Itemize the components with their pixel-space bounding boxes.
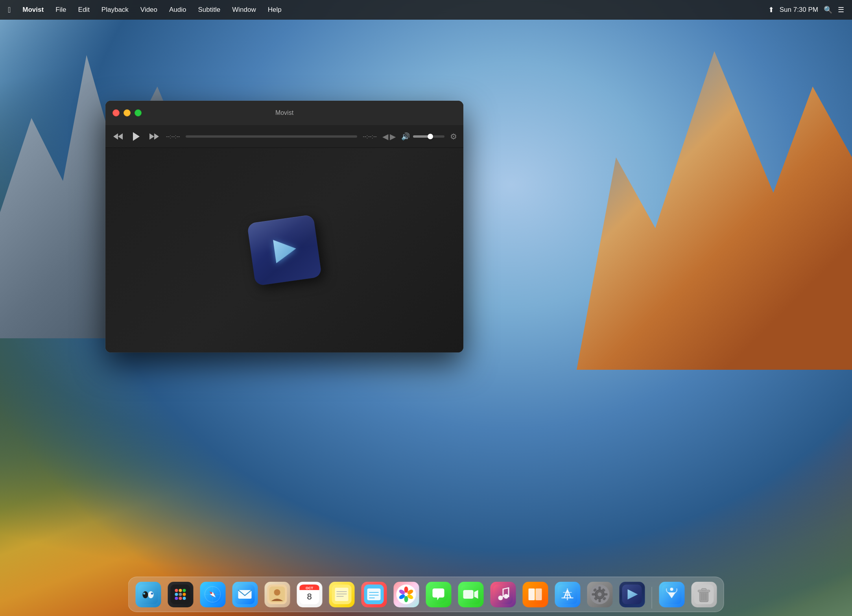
svg-rect-91 <box>702 588 706 590</box>
nav-next-icon[interactable]: ▶ <box>390 132 396 141</box>
airdrop-icon <box>659 582 684 607</box>
time-remaining: --:--:-- <box>363 133 377 140</box>
dock-item-calendar[interactable]: OCT 8 <box>295 580 324 609</box>
dock-item-launchpad[interactable] <box>166 580 195 609</box>
svg-point-87 <box>670 588 673 591</box>
svg-point-48 <box>404 586 408 593</box>
svg-rect-77 <box>599 599 601 602</box>
svg-rect-38 <box>335 588 349 601</box>
svg-rect-66 <box>536 588 542 600</box>
reminders-icon <box>361 582 387 607</box>
window-traffic-lights <box>112 109 142 116</box>
svg-rect-43 <box>367 588 381 600</box>
dock-item-facetime[interactable] <box>457 580 485 609</box>
svg-rect-76 <box>599 586 601 590</box>
dock-item-system-preferences[interactable] <box>586 580 614 609</box>
menubar-right: ⬆ Sun 7:30 PM 🔍 ☰ <box>768 6 844 14</box>
apple-menu-icon[interactable]:  <box>8 6 11 15</box>
dock-item-books[interactable] <box>521 580 550 609</box>
video-area[interactable] <box>105 148 463 352</box>
rewind-button[interactable] <box>112 130 124 143</box>
play-button[interactable] <box>130 130 142 143</box>
svg-point-59 <box>498 596 503 600</box>
svg-rect-6 <box>138 585 158 604</box>
appstore-icon: A <box>555 582 580 607</box>
system-preferences-icon <box>587 582 612 607</box>
logo-card <box>247 214 322 286</box>
menubar-file[interactable]: File <box>51 4 71 15</box>
svg-text:8: 8 <box>307 592 312 601</box>
nav-arrows: ◀ ▶ <box>382 132 396 141</box>
svg-point-9 <box>143 593 145 595</box>
mountain-right <box>577 16 852 370</box>
svg-rect-61 <box>503 589 504 597</box>
svg-point-75 <box>598 592 602 596</box>
svg-point-8 <box>148 591 154 598</box>
svg-rect-56 <box>463 590 474 599</box>
svg-point-14 <box>183 589 186 592</box>
menubar-subtitle[interactable]: Subtitle <box>194 4 225 15</box>
dock-item-music[interactable] <box>489 580 517 609</box>
dock-item-movist[interactable] <box>618 580 646 609</box>
progress-bar[interactable] <box>186 135 357 138</box>
svg-marker-2 <box>133 132 140 141</box>
svg-rect-78 <box>592 593 595 596</box>
minimize-button[interactable] <box>124 109 131 116</box>
svg-point-51 <box>404 596 408 602</box>
volume-slider[interactable] <box>413 135 444 138</box>
svg-point-13 <box>179 589 182 592</box>
safari-icon <box>200 582 225 607</box>
svg-point-12 <box>175 589 178 592</box>
window-titlebar: Movist <box>105 101 463 125</box>
svg-point-17 <box>183 593 186 596</box>
dock-item-contacts[interactable] <box>263 580 291 609</box>
dock-item-appstore[interactable]: A <box>553 580 582 609</box>
dock-item-safari[interactable] <box>199 580 227 609</box>
svg-point-60 <box>504 594 509 599</box>
dock-item-notes[interactable] <box>328 580 356 609</box>
menubar-app-name[interactable]: Movist <box>18 4 48 15</box>
movist-logo <box>247 214 322 286</box>
svg-marker-4 <box>154 133 159 140</box>
menubar-edit[interactable]: Edit <box>74 4 94 15</box>
volume-knob[interactable] <box>428 134 433 139</box>
dock-item-photos[interactable] <box>392 580 420 609</box>
messages-icon <box>426 582 451 607</box>
svg-marker-1 <box>118 133 123 140</box>
svg-rect-62 <box>508 588 509 597</box>
svg-point-31 <box>274 589 280 596</box>
svg-marker-0 <box>113 133 118 140</box>
dock-item-trash[interactable] <box>690 580 718 609</box>
mail-icon <box>232 582 258 607</box>
dock-item-finder[interactable] <box>134 580 162 609</box>
player-controls: --:--:-- --:--:-- ◀ ▶ 🔊 ⚙ <box>105 125 463 148</box>
menubar-video[interactable]: Video <box>136 4 162 15</box>
spotlight-icon[interactable]: 🔍 <box>824 6 832 14</box>
settings-button[interactable]: ⚙ <box>450 132 457 141</box>
dock-item-mail[interactable] <box>231 580 259 609</box>
svg-point-16 <box>179 593 182 596</box>
nav-prev-icon[interactable]: ◀ <box>382 132 388 141</box>
dock-item-reminders[interactable] <box>360 580 388 609</box>
maximize-button[interactable] <box>135 109 142 116</box>
music-icon <box>490 582 516 607</box>
notification-icon[interactable]: ☰ <box>838 6 844 14</box>
time-elapsed: --:--:-- <box>166 133 180 140</box>
close-button[interactable] <box>112 109 120 116</box>
svg-rect-65 <box>529 588 535 600</box>
menubar-audio[interactable]: Audio <box>164 4 191 15</box>
svg-point-18 <box>175 597 178 600</box>
menubar-window[interactable]: Window <box>227 4 260 15</box>
svg-rect-79 <box>605 593 608 596</box>
menubar-playback[interactable]: Playback <box>97 4 133 15</box>
dock-item-messages[interactable] <box>424 580 453 609</box>
svg-marker-5 <box>273 237 298 263</box>
menubar-time: Sun 7:30 PM <box>780 6 818 14</box>
menubar-help[interactable]: Help <box>263 4 286 15</box>
menubar-items: Movist File Edit Playback Video Audio Su… <box>18 4 768 15</box>
books-icon <box>522 582 548 607</box>
notes-icon <box>329 582 354 607</box>
dock-item-airdrop[interactable] <box>658 580 686 609</box>
fastforward-button[interactable] <box>148 130 160 143</box>
airplay-icon[interactable]: ⬆ <box>768 6 774 14</box>
